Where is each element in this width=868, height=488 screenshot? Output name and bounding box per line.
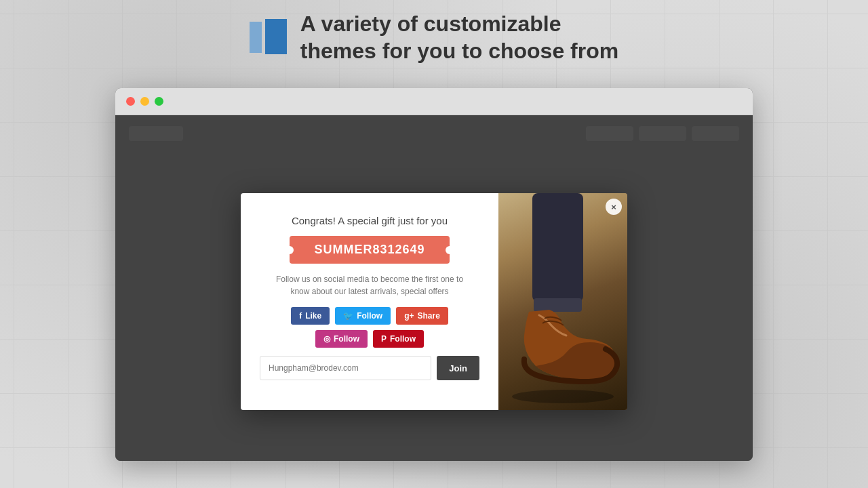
close-icon: × [611,202,616,212]
close-traffic-light[interactable] [126,97,135,106]
facebook-label: Like [305,311,321,321]
instagram-follow-button[interactable]: ◎ Follow [315,330,368,348]
twitter-icon: 🐦 [343,311,353,321]
modal-right-panel: × [498,193,627,410]
modal-subtitle: Follow us on social media to become the … [276,273,463,298]
pinterest-icon: P [381,334,387,344]
browser-window: Congrats! A special gift just for you SU… [115,88,753,461]
google-label: Share [418,311,440,321]
google-icon: g+ [404,311,414,321]
social-buttons-row2: ◎ Follow P Follow [315,330,424,348]
social-buttons-row1: f Like 🐦 Follow g+ Share [291,307,448,325]
logo-icon [250,19,287,56]
svg-rect-1 [532,193,583,302]
browser-content: Congrats! A special gift just for you SU… [115,115,753,461]
minimize-traffic-light[interactable] [140,97,149,106]
header-title: A variety of customizable themes for you… [300,10,618,64]
shoe-svg [498,193,627,410]
modal-title: Congrats! A special gift just for you [292,215,448,226]
top-header: A variety of customizable themes for you… [0,0,868,75]
modal-container: Congrats! A special gift just for you SU… [241,193,627,410]
email-row: Join [260,356,479,380]
svg-rect-2 [534,298,582,312]
modal-close-button[interactable]: × [606,199,622,215]
twitter-label: Follow [357,311,382,321]
facebook-icon: f [299,311,302,321]
fullscreen-traffic-light[interactable] [155,97,163,106]
pinterest-follow-button[interactable]: P Follow [373,330,424,348]
shoe-image [498,193,627,410]
instagram-icon: ◎ [323,334,330,344]
instagram-label: Follow [334,334,359,344]
email-input[interactable] [260,356,431,380]
browser-titlebar [115,88,753,115]
pinterest-label: Follow [390,334,416,344]
modal-overlay: Congrats! A special gift just for you SU… [115,115,753,461]
svg-point-0 [512,390,614,403]
facebook-like-button[interactable]: f Like [291,307,330,325]
modal-left-panel: Congrats! A special gift just for you SU… [241,193,498,410]
join-button[interactable]: Join [437,356,479,380]
google-share-button[interactable]: g+ Share [396,307,448,325]
twitter-follow-button[interactable]: 🐦 Follow [335,307,391,325]
coupon-code: SUMMER8312649 [290,236,449,264]
